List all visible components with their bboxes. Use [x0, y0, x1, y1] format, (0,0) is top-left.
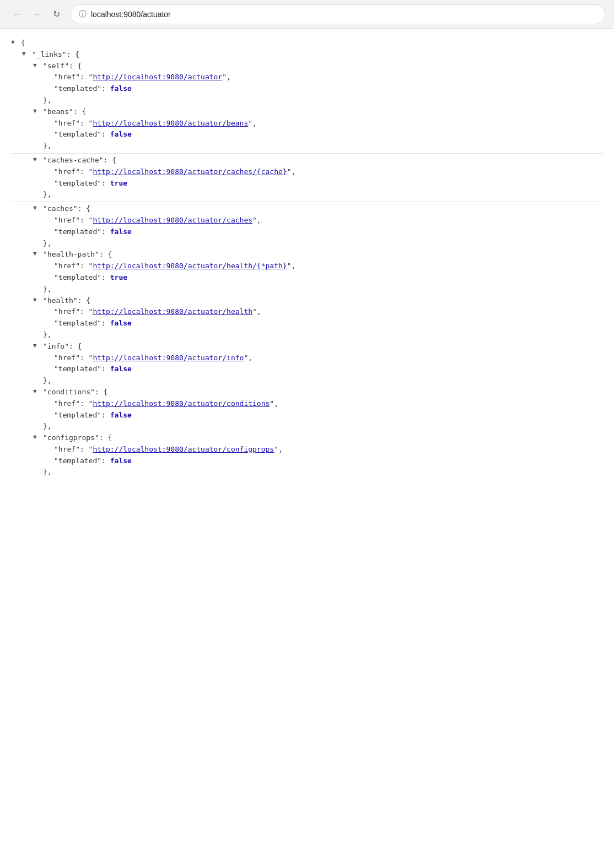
conditions-close: },	[11, 421, 603, 432]
self-templated-line: "templated": false	[11, 83, 603, 95]
info-close: },	[11, 375, 603, 387]
configprops-toggle[interactable]: ▼	[33, 432, 42, 442]
conditions-key-line: ▼ "conditions": {	[11, 387, 603, 398]
caches-href-line: "href": "http://localhost:9080/actuator/…	[11, 215, 603, 226]
health-templated-line: "templated": false	[11, 318, 603, 329]
caches-toggle[interactable]: ▼	[33, 203, 42, 213]
self-toggle[interactable]: ▼	[33, 61, 42, 70]
caches-href-link[interactable]: http://localhost:9080/actuator/caches	[93, 215, 252, 226]
info-href-link[interactable]: http://localhost:9080/actuator/info	[93, 352, 244, 364]
browser-chrome: ← → ↻ ⓘ localhost:9080/actuator	[0, 0, 614, 29]
conditions-href-link[interactable]: http://localhost:9080/actuator/condition…	[93, 398, 270, 410]
conditions-toggle[interactable]: ▼	[33, 387, 42, 397]
info-toggle[interactable]: ▼	[33, 341, 42, 351]
caches-key-line: ▼ "caches": {	[11, 203, 603, 215]
health-path-href-link[interactable]: http://localhost:9080/actuator/health/{*…	[93, 261, 287, 272]
caches-cache-key-line: ▼ "caches-cache": {	[11, 155, 603, 166]
root-toggle[interactable]: ▼	[11, 37, 20, 47]
divider-caches-cache	[11, 153, 603, 154]
health-path-close: },	[11, 284, 603, 295]
url-text: localhost:9080/actuator	[91, 10, 171, 19]
configprops-templated-line: "templated": false	[11, 455, 603, 467]
root-open: ▼ {	[11, 37, 603, 49]
configprops-href-line: "href": "http://localhost:9080/actuator/…	[11, 444, 603, 455]
beans-toggle[interactable]: ▼	[33, 106, 42, 116]
caches-close: },	[11, 238, 603, 249]
health-path-toggle[interactable]: ▼	[33, 249, 42, 259]
beans-href-line: "href": "http://localhost:9080/actuator/…	[11, 118, 603, 129]
health-href-line: "href": "http://localhost:9080/actuator/…	[11, 306, 603, 318]
health-path-templated-line: "templated": true	[11, 272, 603, 284]
configprops-href-link[interactable]: http://localhost:9080/actuator/configpro…	[93, 444, 274, 455]
caches-cache-href-line: "href": "http://localhost:9080/actuator/…	[11, 166, 603, 178]
nav-buttons: ← → ↻	[9, 7, 64, 22]
health-href-link[interactable]: http://localhost:9080/actuator/health	[93, 306, 252, 318]
links-toggle[interactable]: ▼	[22, 49, 31, 59]
forward-button[interactable]: →	[29, 7, 44, 22]
info-key-line: ▼ "info": {	[11, 341, 603, 352]
info-icon: ⓘ	[79, 9, 87, 19]
reload-button[interactable]: ↻	[49, 7, 64, 22]
info-templated-line: "templated": false	[11, 364, 603, 375]
beans-templated-line: "templated": false	[11, 129, 603, 140]
health-path-href-line: "href": "http://localhost:9080/actuator/…	[11, 261, 603, 272]
conditions-href-line: "href": "http://localhost:9080/actuator/…	[11, 398, 603, 410]
info-href-line: "href": "http://localhost:9080/actuator/…	[11, 352, 603, 364]
caches-templated-line: "templated": false	[11, 226, 603, 238]
caches-cache-close: },	[11, 189, 603, 200]
health-close: },	[11, 329, 603, 341]
caches-cache-toggle[interactable]: ▼	[33, 155, 42, 165]
beans-key-line: ▼ "beans": {	[11, 106, 603, 118]
links-key-line: ▼ "_links": {	[11, 49, 603, 61]
configprops-close: },	[11, 466, 603, 478]
self-close: },	[11, 95, 603, 106]
json-content: ▼ { ▼ "_links": { ▼ "self": { "href": "h…	[0, 29, 614, 487]
conditions-templated-line: "templated": false	[11, 410, 603, 421]
address-bar: ⓘ localhost:9080/actuator	[71, 4, 605, 24]
beans-href-link[interactable]: http://localhost:9080/actuator/beans	[93, 118, 248, 129]
self-href-link[interactable]: http://localhost:9080/actuator	[93, 72, 222, 83]
beans-close: },	[11, 140, 603, 152]
health-toggle[interactable]: ▼	[33, 295, 42, 305]
health-key-line: ▼ "health": {	[11, 295, 603, 307]
divider-caches	[11, 202, 603, 202]
caches-cache-templated-line: "templated": true	[11, 178, 603, 189]
caches-cache-href-link[interactable]: http://localhost:9080/actuator/caches/{c…	[93, 166, 287, 178]
back-button[interactable]: ←	[9, 7, 24, 22]
health-path-key-line: ▼ "health-path": {	[11, 249, 603, 261]
self-href-line: "href": "http://localhost:9080/actuator"…	[11, 72, 603, 83]
self-key-line: ▼ "self": {	[11, 61, 603, 72]
configprops-key-line: ▼ "configprops": {	[11, 432, 603, 444]
